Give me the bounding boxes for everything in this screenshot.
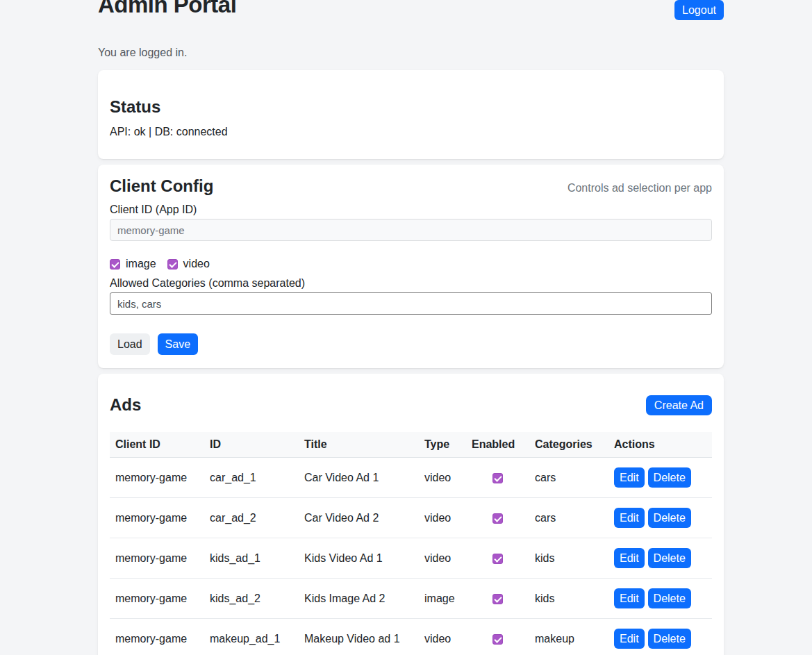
- table-row: memory-game car_ad_1 Car Video Ad 1 vide…: [110, 458, 712, 498]
- status-line: API: ok | DB: connected: [110, 126, 712, 138]
- cell-client-id: memory-game: [110, 619, 204, 655]
- cell-categories: makeup: [529, 619, 608, 655]
- col-header-client-id: Client ID: [110, 432, 204, 458]
- cell-enabled: [466, 498, 529, 538]
- page-container: Admin Portal Logout You are logged in. S…: [98, 0, 724, 655]
- cell-enabled: [466, 458, 529, 498]
- cell-enabled: [466, 619, 529, 655]
- cell-id: car_ad_2: [204, 498, 299, 538]
- cell-type: image: [419, 579, 466, 619]
- page-title: Admin Portal: [98, 0, 724, 19]
- delete-button[interactable]: Delete: [648, 629, 691, 649]
- client-config-subtitle: Controls ad selection per app: [567, 182, 712, 194]
- cell-title: Kids Image Ad 2: [299, 579, 419, 619]
- cell-enabled: [466, 579, 529, 619]
- save-button[interactable]: Save: [158, 333, 198, 355]
- table-row: memory-game kids_ad_1 Kids Video Ad 1 vi…: [110, 538, 712, 579]
- enabled-checkbox[interactable]: [492, 634, 503, 645]
- cell-title: Car Video Ad 1: [299, 458, 419, 498]
- status-heading: Status: [110, 97, 712, 117]
- cell-categories: cars: [529, 498, 608, 538]
- enabled-checkbox[interactable]: [492, 513, 503, 524]
- image-checkbox[interactable]: [110, 259, 120, 270]
- cell-type: video: [419, 458, 466, 498]
- edit-button[interactable]: Edit: [614, 508, 645, 528]
- edit-button[interactable]: Edit: [614, 588, 645, 608]
- cell-id: kids_ad_2: [204, 579, 299, 619]
- enabled-checkbox[interactable]: [492, 554, 503, 564]
- ads-table-header-row: Client ID ID Title Type Enabled Categori…: [110, 432, 712, 458]
- col-header-categories: Categories: [529, 432, 608, 458]
- enabled-checkbox[interactable]: [492, 473, 503, 483]
- cell-id: car_ad_1: [204, 458, 299, 498]
- delete-button[interactable]: Delete: [648, 588, 691, 608]
- delete-button[interactable]: Delete: [648, 467, 691, 488]
- cell-type: video: [419, 538, 466, 579]
- client-config-card: Client Config Controls ad selection per …: [98, 165, 724, 368]
- edit-button[interactable]: Edit: [614, 467, 645, 488]
- create-ad-button[interactable]: Create Ad: [646, 395, 712, 415]
- cell-client-id: memory-game: [110, 498, 204, 538]
- cell-type: video: [419, 498, 466, 538]
- ads-header: Ads Create Ad: [110, 395, 712, 415]
- ads-table: Client ID ID Title Type Enabled Categori…: [110, 432, 712, 655]
- client-config-header: Client Config Controls ad selection per …: [110, 176, 712, 197]
- cell-categories: cars: [529, 458, 608, 498]
- cell-title: Makeup Video ad 1: [299, 619, 419, 655]
- ad-type-checkboxes: image video: [110, 258, 712, 270]
- table-row: memory-game kids_ad_2 Kids Image Ad 2 im…: [110, 579, 712, 619]
- categories-label: Allowed Categories (comma separated): [110, 277, 712, 290]
- client-config-actions: Load Save: [110, 333, 712, 355]
- cell-client-id: memory-game: [110, 579, 204, 619]
- cell-id: makeup_ad_1: [204, 619, 299, 655]
- client-id-label: Client ID (App ID): [110, 204, 712, 216]
- image-check-group[interactable]: image: [110, 258, 156, 270]
- load-button[interactable]: Load: [110, 333, 150, 355]
- cell-enabled: [466, 538, 529, 579]
- logout-button[interactable]: Logout: [674, 0, 724, 20]
- client-config-heading: Client Config: [110, 176, 213, 197]
- col-header-id: ID: [204, 432, 299, 458]
- categories-input[interactable]: [110, 292, 712, 315]
- ads-heading: Ads: [110, 395, 141, 415]
- logged-in-message: You are logged in.: [98, 47, 724, 59]
- cell-actions: Edit Delete: [608, 498, 712, 538]
- cell-actions: Edit Delete: [608, 538, 712, 579]
- ads-card: Ads Create Ad Client ID ID Title Type En…: [98, 374, 724, 655]
- cell-type: video: [419, 619, 466, 655]
- video-checkbox-label: video: [183, 258, 210, 270]
- delete-button[interactable]: Delete: [648, 508, 691, 528]
- col-header-enabled: Enabled: [466, 432, 529, 458]
- cell-client-id: memory-game: [110, 538, 204, 579]
- cell-actions: Edit Delete: [608, 458, 712, 498]
- cell-client-id: memory-game: [110, 458, 204, 498]
- cell-title: Kids Video Ad 1: [299, 538, 419, 579]
- cell-title: Car Video Ad 2: [299, 498, 419, 538]
- table-row: memory-game car_ad_2 Car Video Ad 2 vide…: [110, 498, 712, 538]
- cell-actions: Edit Delete: [608, 579, 712, 619]
- cell-id: kids_ad_1: [204, 538, 299, 579]
- table-row: memory-game makeup_ad_1 Makeup Video ad …: [110, 619, 712, 655]
- status-card: Status API: ok | DB: connected: [98, 70, 724, 159]
- image-checkbox-label: image: [126, 258, 156, 270]
- edit-button[interactable]: Edit: [614, 629, 645, 649]
- video-checkbox[interactable]: [167, 259, 178, 270]
- client-id-input[interactable]: [110, 219, 712, 241]
- col-header-title: Title: [299, 432, 419, 458]
- enabled-checkbox[interactable]: [492, 594, 503, 604]
- video-check-group[interactable]: video: [167, 258, 210, 270]
- edit-button[interactable]: Edit: [614, 548, 645, 568]
- page-header: Admin Portal Logout: [98, 0, 724, 19]
- col-header-actions: Actions: [608, 432, 712, 458]
- cell-categories: kids: [529, 579, 608, 619]
- cell-categories: kids: [529, 538, 608, 579]
- delete-button[interactable]: Delete: [648, 548, 691, 568]
- cell-actions: Edit Delete: [608, 619, 712, 655]
- col-header-type: Type: [419, 432, 466, 458]
